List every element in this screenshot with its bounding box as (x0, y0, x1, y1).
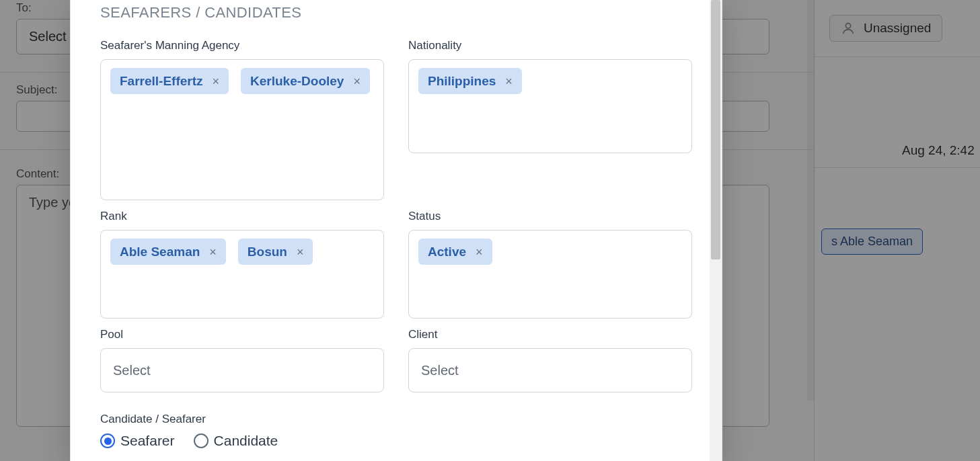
chip-label: Farrell-Effertz (120, 75, 203, 87)
chip-label: Active (428, 245, 466, 258)
close-icon[interactable]: × (505, 75, 513, 87)
chip-status-0[interactable]: Active × (418, 239, 492, 265)
radio-candidate[interactable]: Candidate (194, 433, 278, 449)
multiselect-status[interactable]: Active × (408, 230, 692, 319)
close-icon[interactable]: × (353, 75, 361, 87)
label-client: Client (408, 328, 692, 341)
radio-label: Candidate (214, 433, 278, 449)
multiselect-nationality[interactable]: Philippines × (408, 59, 692, 153)
close-icon[interactable]: × (476, 246, 483, 258)
chip-agency-1[interactable]: Kerluke-Dooley × (241, 68, 370, 94)
label-nationality: Nationality (408, 39, 692, 52)
radio-icon (100, 433, 115, 448)
label-status: Status (408, 210, 692, 223)
modal-scrollbar-track[interactable] (710, 0, 722, 461)
field-agency: Seafarer's Manning Agency Farrell-Effert… (100, 39, 384, 200)
field-candidate-seafarer: Candidate / Seafarer Seafarer Candidate (100, 413, 692, 449)
label-candidate-seafarer: Candidate / Seafarer (100, 413, 206, 425)
select-client[interactable]: Select (408, 348, 692, 392)
field-nationality: Nationality Philippines × (408, 39, 692, 200)
modal-scrollbar-thumb[interactable] (711, 0, 720, 259)
field-pool: Pool Select (100, 328, 384, 392)
field-rank: Rank Able Seaman × Bosun × (100, 210, 384, 319)
chip-agency-0[interactable]: Farrell-Effertz × (110, 68, 229, 94)
close-icon[interactable]: × (297, 246, 304, 258)
close-icon[interactable]: × (213, 75, 220, 87)
multiselect-agency[interactable]: Farrell-Effertz × Kerluke-Dooley × (100, 59, 384, 200)
select-pool[interactable]: Select (100, 348, 384, 392)
chip-label: Kerluke-Dooley (250, 75, 344, 87)
field-status: Status Active × (408, 210, 692, 319)
radio-seafarer[interactable]: Seafarer (100, 433, 175, 449)
multiselect-rank[interactable]: Able Seaman × Bosun × (100, 230, 384, 319)
radio-icon (194, 433, 209, 448)
radio-label: Seafarer (120, 433, 175, 449)
label-agency: Seafarer's Manning Agency (100, 39, 384, 52)
chip-rank-1[interactable]: Bosun × (238, 239, 313, 265)
close-icon[interactable]: × (209, 246, 217, 258)
chip-label: Able Seaman (120, 245, 200, 258)
chip-label: Bosun (248, 245, 287, 258)
chip-nationality-0[interactable]: Philippines × (418, 68, 522, 94)
chip-label: Philippines (428, 75, 496, 87)
filter-modal: SEAFARERS / CANDIDATES Seafarer's Mannin… (70, 0, 722, 461)
section-title: SEAFARERS / CANDIDATES (100, 4, 692, 22)
label-pool: Pool (100, 328, 384, 341)
field-client: Client Select (408, 328, 692, 392)
chip-rank-0[interactable]: Able Seaman × (110, 239, 226, 265)
label-rank: Rank (100, 210, 384, 223)
